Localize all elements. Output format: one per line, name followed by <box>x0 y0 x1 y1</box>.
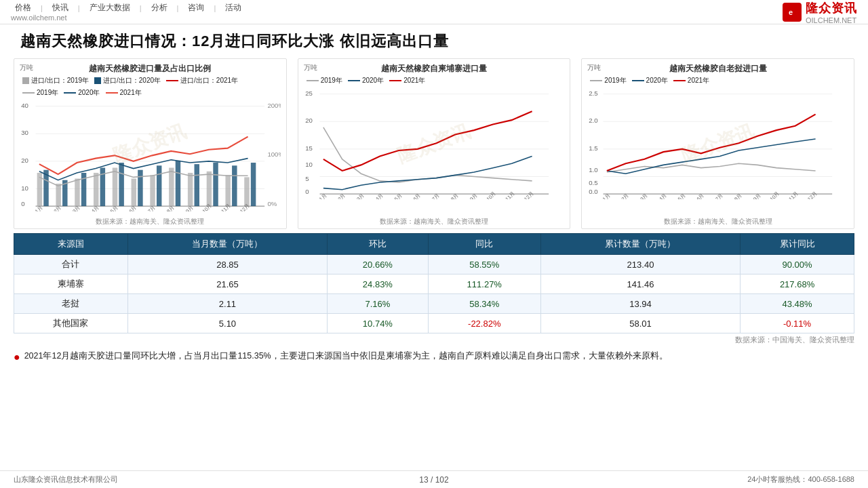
svg-text:10月: 10月 <box>769 190 781 199</box>
legend-item: 2019年 <box>590 76 626 85</box>
table-cell: 90.00% <box>741 255 854 274</box>
legend-color <box>632 80 644 81</box>
svg-text:0%: 0% <box>267 200 277 207</box>
svg-rect-22 <box>169 168 174 207</box>
legend-label: 进口/出口：2019年 <box>31 76 89 85</box>
svg-rect-37 <box>232 165 237 206</box>
chart1-legend: 进口/出口：2019年 进口/出口：2020年 进口/出口：2021年 2019… <box>20 76 281 98</box>
svg-text:6月: 6月 <box>696 192 705 199</box>
legend-color <box>64 92 76 94</box>
legend-color <box>307 80 319 81</box>
nav-url: www.oilchem.net <box>11 14 245 22</box>
chart1-container: 万吨 越南天然橡胶进口量及占出口比例 进口/出口：2019年 进口/出口：202… <box>14 58 287 229</box>
chart2-unit: 万吨 <box>304 63 317 73</box>
chart3-svg: 2.5 2.0 1.5 1.0 0.5 0.0 1月 2月 3月 4月 5月 <box>587 87 848 199</box>
chart2-title: 越南天然橡胶自柬埔寨进口量 <box>304 63 565 75</box>
svg-text:1.5: 1.5 <box>589 144 597 152</box>
svg-rect-20 <box>132 179 136 207</box>
table-cell: 217.68% <box>741 274 854 294</box>
page-title: 越南天然橡胶进口情况：12月进口同环比大涨 依旧远高出口量 <box>0 24 868 56</box>
svg-text:3月: 3月 <box>355 192 365 199</box>
legend-label: 2019年 <box>321 76 342 85</box>
nav-events[interactable]: 活动 <box>221 2 245 14</box>
nav-analysis[interactable]: 分析 <box>147 2 172 14</box>
svg-rect-35 <box>195 164 199 206</box>
legend-color <box>590 80 602 81</box>
svg-text:2月: 2月 <box>620 192 630 199</box>
legend-item: 进口/出口：2020年 <box>94 76 161 85</box>
table-cell: 21.65 <box>127 274 327 294</box>
table-cell: 58.34% <box>428 294 540 314</box>
svg-text:9月: 9月 <box>469 192 478 199</box>
chart2-container: 万吨 越南天然橡胶自柬埔寨进口量 2019年 2020年 2021年 隆众资讯 … <box>298 58 571 229</box>
legend-item: 进口/出口：2021年 <box>166 76 238 85</box>
note-text: 2021年12月越南天胶进口量同环比大增，占当月出口量115.35%，主要进口来… <box>24 350 668 362</box>
table-cell: 合计 <box>14 255 128 274</box>
legend-color <box>673 80 686 81</box>
legend-item: 2019年 <box>307 76 342 85</box>
chart1-source: 数据来源：越南海关、隆众资讯整理 <box>14 217 286 226</box>
footer: 山东隆众资讯信息技术有限公司 13 / 102 24小时客服热线：400-658… <box>0 470 868 488</box>
logo-icon: e <box>783 3 802 22</box>
legend-label: 2020年 <box>362 76 384 85</box>
table-cell: 5.10 <box>127 314 327 333</box>
th-cum-qty: 累计数量（万吨） <box>540 234 740 255</box>
svg-text:5月: 5月 <box>393 192 402 199</box>
nav-data[interactable]: 产业大数据 <box>85 2 134 14</box>
note-bullet: ● <box>14 350 20 363</box>
svg-rect-23 <box>188 173 193 206</box>
table-cell: 10.74% <box>328 314 429 333</box>
svg-text:200%: 200% <box>267 102 280 109</box>
table-cell: 58.55% <box>428 255 540 274</box>
table-cell: 28.85 <box>127 255 327 274</box>
nav-links[interactable]: 价格 | 快讯 | 产业大数据 | 分析 | 咨询 | 活动 <box>11 2 245 14</box>
svg-text:7月: 7月 <box>431 192 440 199</box>
table-cell: 111.27% <box>428 274 540 294</box>
chart3-legend: 2019年 2020年 2021年 <box>587 76 848 85</box>
svg-text:2.5: 2.5 <box>589 89 597 97</box>
chart1-title: 越南天然橡胶进口量及占出口比例 <box>20 63 281 75</box>
table-cell: 老挝 <box>14 294 128 314</box>
chart3-unit: 万吨 <box>587 63 601 73</box>
svg-text:8月: 8月 <box>734 192 743 199</box>
svg-text:11月: 11月 <box>504 190 515 199</box>
legend-color <box>94 77 101 84</box>
th-country: 来源国 <box>14 234 128 255</box>
top-nav: 价格 | 快讯 | 产业大数据 | 分析 | 咨询 | 活动 www.oilch… <box>0 0 868 24</box>
nav-price[interactable]: 价格 <box>11 2 35 14</box>
legend-label: 进口/出口：2020年 <box>103 76 161 85</box>
svg-text:10: 10 <box>305 161 313 168</box>
nav-consult[interactable]: 咨询 <box>184 2 208 14</box>
svg-text:0.5: 0.5 <box>589 179 597 186</box>
legend-item: 2021年 <box>106 88 142 98</box>
svg-rect-34 <box>176 161 180 206</box>
table-cell: 24.83% <box>328 274 429 294</box>
legend-color <box>106 92 118 94</box>
charts-row: 万吨 越南天然橡胶进口量及占出口比例 进口/出口：2019年 进口/出口：202… <box>0 56 868 232</box>
chart1-svg: 40 30 20 10 0 200% 100% 0% <box>20 99 281 211</box>
svg-rect-32 <box>138 170 142 206</box>
svg-rect-18 <box>94 173 98 206</box>
svg-text:1月: 1月 <box>601 192 611 199</box>
table-cell: 43.48% <box>741 294 854 314</box>
table-source: 数据来源：中国海关、隆众资讯整理 <box>14 333 854 346</box>
svg-text:15: 15 <box>305 144 313 152</box>
nav-news[interactable]: 快讯 <box>48 2 73 14</box>
svg-rect-19 <box>113 168 117 207</box>
chart3-container: 万吨 越南天然橡胶自老挝进口量 2019年 2020年 2021年 隆众资讯 2… <box>581 58 854 229</box>
legend-label: 进口/出口：2021年 <box>180 76 238 85</box>
svg-text:20: 20 <box>305 117 313 124</box>
logo-name: 隆众资讯 <box>806 0 857 16</box>
table-row: 老挝2.117.16%58.34%13.9443.48% <box>14 294 854 314</box>
table-cell: 213.40 <box>540 255 740 274</box>
logo-area: e 隆众资讯 OILCHEM.NET <box>783 0 857 24</box>
svg-text:12月: 12月 <box>523 190 534 199</box>
svg-text:9月: 9月 <box>752 192 762 199</box>
table-cell: 20.66% <box>328 255 429 274</box>
table-row: 其他国家5.1010.74%-22.82%58.01-0.11% <box>14 314 854 333</box>
legend-item: 2019年 <box>22 88 58 98</box>
table-cell: 7.16% <box>328 294 429 314</box>
svg-rect-16 <box>56 184 60 206</box>
table-cell: 2.11 <box>127 294 327 314</box>
svg-text:2.0: 2.0 <box>589 117 597 124</box>
